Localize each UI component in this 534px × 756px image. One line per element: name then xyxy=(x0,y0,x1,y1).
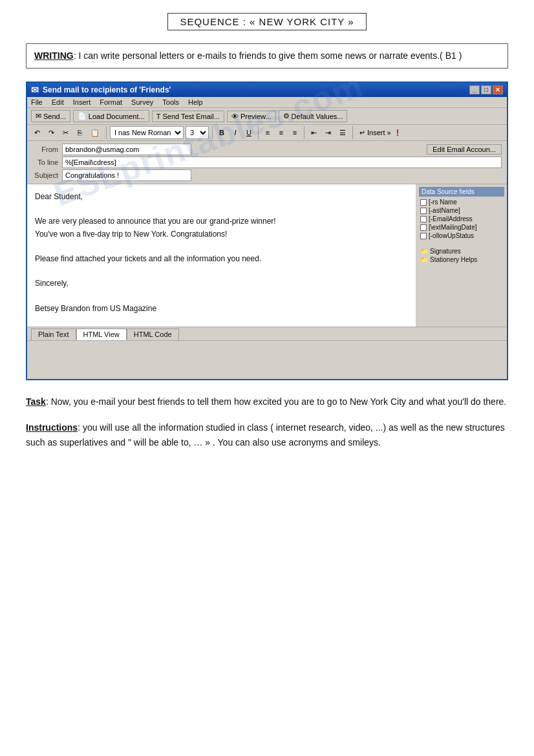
insert-button[interactable]: ↵ Insert » xyxy=(356,127,394,138)
copy-button[interactable]: ⎘ xyxy=(74,127,85,138)
italic-button[interactable]: I xyxy=(230,127,241,138)
tab-htmlview[interactable]: HTML View xyxy=(76,329,127,340)
email-fields: From Edit Email Accoun... To line Subjec… xyxy=(27,141,507,184)
cut-button[interactable]: ✂ xyxy=(59,127,72,138)
menu-survey[interactable]: Survey xyxy=(131,98,153,106)
sidebar-item-followup[interactable]: [-ollowUpStatus xyxy=(419,232,504,240)
checkbox-mailingdate[interactable] xyxy=(420,224,427,231)
writing-section: WRITING: I can write personal letters or… xyxy=(26,43,508,69)
email-body-editor[interactable]: Dear Student, We are very pleased to ann… xyxy=(27,184,416,327)
send-button[interactable]: ✉ Send... xyxy=(31,110,70,122)
tab-htmlcode[interactable]: HTML Code xyxy=(127,329,179,340)
sidebar-lastname-label: [-astName] xyxy=(429,207,460,214)
checkbox-lastname[interactable] xyxy=(420,208,427,214)
undo-button[interactable]: ↶ xyxy=(31,127,43,138)
separator-2 xyxy=(212,126,213,139)
sidebar-email-label: [-EmailAddress xyxy=(429,215,473,222)
sidebar-followup-label: [-ollowUpStatus xyxy=(429,232,474,239)
align-center-button[interactable]: ≡ xyxy=(275,127,287,138)
bold-button[interactable]: B xyxy=(216,127,228,138)
align-right-button[interactable]: ≡ xyxy=(289,127,301,138)
titlebar-controls[interactable]: _ □ ✕ xyxy=(469,85,503,94)
from-label: From xyxy=(32,146,58,153)
load-document-button[interactable]: 📄 Load Document... xyxy=(73,110,149,122)
close-button[interactable]: ✕ xyxy=(493,85,503,94)
from-input[interactable] xyxy=(62,144,191,155)
body-signature: Betsey Brandon from US Magazine xyxy=(35,303,408,315)
email-toolbar: ✉ Send... 📄 Load Document... T Send Test… xyxy=(27,108,507,125)
title-text: SEQUENCE : « NEW YORK CITY » xyxy=(180,16,354,27)
menu-insert[interactable]: Insert xyxy=(73,98,91,106)
instructions-label: Instructions xyxy=(26,422,78,433)
email-format-toolbar: ↶ ↷ ✂ ⎘ 📋 I nas New Roman 3 B I U ≡ ≡ ≡ … xyxy=(27,125,507,141)
tab-plaintext[interactable]: Plain Text xyxy=(31,329,76,340)
sidebar-signatures-label: Signatures xyxy=(430,248,461,255)
folder-icon-stationery: 📁 xyxy=(420,256,428,263)
instructions-section: Instructions: you will use all the infor… xyxy=(26,420,508,449)
email-tabs: Plain Text HTML View HTML Code xyxy=(27,327,507,340)
subject-input[interactable] xyxy=(62,169,191,181)
sidebar-item-mailingdate[interactable]: [\extMailingDate] xyxy=(419,223,504,232)
sidebar-folder-stationery[interactable]: 📁 Stationery Helps xyxy=(419,255,504,264)
task-label: Task xyxy=(26,396,46,407)
menu-format[interactable]: Format xyxy=(100,98,122,106)
task-section: Task: Now, you e-mail your best friends … xyxy=(26,394,508,409)
list-button[interactable]: ☰ xyxy=(336,127,349,138)
minimize-button[interactable]: _ xyxy=(469,85,480,94)
separator-5 xyxy=(352,126,353,139)
sidebar-item-lastname[interactable]: [-astName] xyxy=(419,206,504,215)
from-row: From Edit Email Accoun... xyxy=(32,144,502,155)
indent-less-button[interactable]: ⇤ xyxy=(308,127,320,138)
task-text: : Now, you e-mail your best friends to t… xyxy=(46,396,506,407)
titlebar-left: ✉ Send mail to recipients of 'Friends' xyxy=(31,85,171,95)
menu-edit[interactable]: Edit xyxy=(52,98,64,106)
sidebar-stationery-label: Stationery Helps xyxy=(430,256,477,263)
to-row: To line xyxy=(32,157,502,168)
titlebar-text: Send mail to recipients of 'Friends' xyxy=(43,85,171,94)
email-menubar: File Edit Insert Format Survey Tools Hel… xyxy=(27,97,507,108)
page-title: SEQUENCE : « NEW YORK CITY » xyxy=(167,13,366,30)
to-input[interactable] xyxy=(62,157,502,168)
greeting: Dear Student, xyxy=(35,191,408,203)
menu-tools[interactable]: Tools xyxy=(162,98,179,106)
checkbox-followup[interactable] xyxy=(420,233,427,239)
body-paragraph2: Please find attached your tickets and al… xyxy=(35,253,408,265)
error-indicator: ! xyxy=(396,127,400,138)
separator-3 xyxy=(258,126,259,139)
sidebar-firstname-label: [-rs Name xyxy=(429,199,457,206)
email-statusbar xyxy=(27,340,507,379)
indent-more-button[interactable]: ⇥ xyxy=(322,127,334,138)
subject-row: Subject xyxy=(32,169,502,181)
underline-button[interactable]: U xyxy=(243,127,255,138)
default-values-button[interactable]: ⚙ Default Values... xyxy=(279,110,348,122)
folder-icon-signatures: 📁 xyxy=(420,248,428,255)
separator-1 xyxy=(106,126,107,139)
separator-4 xyxy=(304,126,304,139)
menu-file[interactable]: File xyxy=(31,98,43,106)
font-name-select[interactable]: I nas New Roman xyxy=(110,126,184,139)
font-size-select[interactable]: 3 xyxy=(186,126,209,139)
send-test-button[interactable]: T Send Test Email... xyxy=(152,111,224,122)
sidebar-folder-signatures[interactable]: 📁 Signatures xyxy=(419,247,504,255)
instructions-text: : you will use all the information studi… xyxy=(26,422,505,447)
writing-label: WRITING xyxy=(34,50,74,61)
to-label: To line xyxy=(32,158,58,166)
preview-button[interactable]: 👁 Preview... xyxy=(227,111,276,122)
align-left-button[interactable]: ≡ xyxy=(262,127,273,138)
edit-account-button[interactable]: Edit Email Accoun... xyxy=(427,144,502,155)
email-titlebar: ✉ Send mail to recipients of 'Friends' _… xyxy=(27,83,507,97)
sidebar-item-firstname[interactable]: [-rs Name xyxy=(419,198,504,206)
checkbox-email[interactable] xyxy=(420,216,427,222)
email-icon: ✉ xyxy=(31,85,39,95)
maximize-button[interactable]: □ xyxy=(481,85,491,94)
redo-button[interactable]: ↷ xyxy=(45,127,58,138)
email-sidebar: Data Source fields [-rs Name [-astName] … xyxy=(416,184,507,327)
sidebar-mailingdate-label: [\extMailingDate] xyxy=(429,224,476,231)
body-paragraph1: We are very pleased to announce that you… xyxy=(35,215,408,240)
menu-help[interactable]: Help xyxy=(188,98,203,106)
paste-button[interactable]: 📋 xyxy=(87,127,103,138)
sidebar-item-email[interactable]: [-EmailAddress xyxy=(419,215,504,223)
email-content-area: Dear Student, We are very pleased to ann… xyxy=(27,184,507,327)
checkbox-firstname[interactable] xyxy=(420,199,427,206)
email-window: ✉ Send mail to recipients of 'Friends' _… xyxy=(26,81,508,380)
